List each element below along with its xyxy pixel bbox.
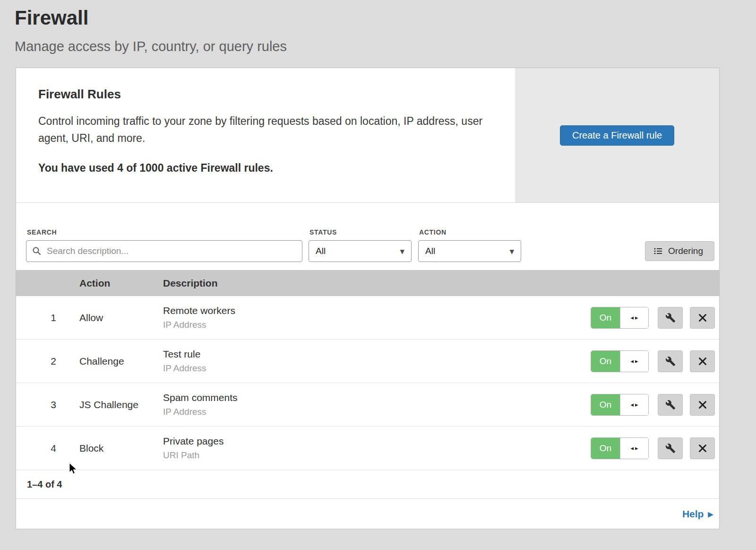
rule-description: Test rule IP Address [163, 349, 591, 374]
table-row: 4 Block Private pages URI Path On ◂▸ [16, 427, 719, 470]
rules-usage-text: You have used 4 of 1000 active Firewall … [38, 162, 496, 175]
search-input-wrap [26, 240, 302, 262]
toggle-on-label: On [591, 394, 620, 415]
help-bar: Help ▸ [16, 498, 719, 529]
rule-description: Spam comments IP Address [163, 392, 591, 417]
rule-controls: On ◂▸ [591, 307, 715, 329]
delete-rule-button[interactable] [690, 394, 715, 416]
toggle-arrows-icon: ◂▸ [620, 351, 648, 372]
rule-action: Allow [79, 312, 163, 323]
rule-title: Private pages [163, 436, 591, 447]
help-arrow-icon: ▸ [708, 508, 713, 520]
wrench-icon [665, 400, 676, 410]
toggle-arrows-icon: ◂▸ [620, 438, 648, 459]
chevron-down-icon: ▾ [400, 246, 404, 257]
card-title: Firewall Rules [38, 87, 496, 102]
status-select[interactable]: All ▾ [309, 240, 412, 262]
rule-enabled-toggle[interactable]: On ◂▸ [591, 437, 649, 459]
ordering-list-icon [653, 246, 663, 256]
edit-rule-button[interactable] [658, 394, 683, 416]
delete-rule-button[interactable] [690, 307, 715, 329]
action-label: ACTION [419, 228, 521, 236]
status-label: STATUS [309, 228, 412, 236]
page-title: Firewall [15, 7, 756, 29]
table-row: 2 Challenge Test rule IP Address On ◂▸ [16, 340, 719, 383]
table-row: 1 Allow Remote workers IP Address On ◂▸ [16, 296, 719, 340]
rule-title: Remote workers [163, 305, 591, 316]
filters-bar: SEARCH STATUS All ▾ ACTION All ▾ [16, 203, 719, 270]
toggle-on-label: On [591, 351, 620, 372]
wrench-icon [665, 356, 676, 367]
rule-enabled-toggle[interactable]: On ◂▸ [591, 307, 649, 329]
close-icon [698, 314, 707, 322]
rule-number: 4 [16, 443, 79, 454]
rule-description: Private pages URI Path [163, 436, 591, 461]
help-link-label: Help [682, 508, 704, 520]
rule-match-type: IP Address [163, 407, 591, 417]
toggle-on-label: On [591, 307, 620, 328]
create-firewall-rule-button[interactable]: Create a Firewall rule [560, 125, 674, 146]
rule-title: Test rule [163, 349, 591, 360]
rule-enabled-toggle[interactable]: On ◂▸ [591, 394, 649, 416]
help-link[interactable]: Help ▸ [682, 508, 713, 520]
toggle-arrows-icon: ◂▸ [620, 394, 648, 415]
chevron-down-icon: ▾ [509, 246, 514, 257]
action-select[interactable]: All ▾ [418, 240, 521, 262]
rule-match-type: IP Address [163, 363, 591, 374]
toggle-on-label: On [591, 438, 620, 459]
close-icon [698, 444, 707, 453]
toggle-arrows-icon: ◂▸ [620, 307, 648, 328]
table-header: Action Description [16, 270, 719, 296]
rule-match-type: URI Path [163, 450, 591, 461]
rule-action: Block [79, 443, 163, 454]
wrench-icon [665, 313, 676, 323]
page-header: Firewall Manage access by IP, country, o… [0, 0, 756, 54]
rule-number: 2 [16, 356, 79, 367]
action-filter: ACTION All ▾ [418, 228, 521, 262]
rule-match-type: IP Address [163, 320, 591, 330]
rule-controls: On ◂▸ [591, 437, 715, 459]
action-select-value: All [425, 246, 435, 256]
card-header-section: Firewall Rules Control incoming traffic … [16, 68, 719, 203]
search-label: SEARCH [27, 228, 302, 236]
pagination-status: 1–4 of 4 [16, 470, 719, 498]
header-description: Description [163, 278, 719, 289]
create-rule-panel: Create a Firewall rule [515, 68, 719, 202]
rule-title: Spam comments [163, 392, 591, 403]
rule-controls: On ◂▸ [591, 350, 715, 372]
rule-number: 1 [16, 312, 79, 323]
status-select-value: All [316, 246, 326, 256]
rule-action: JS Challenge [79, 399, 163, 410]
card-header-text: Firewall Rules Control incoming traffic … [16, 68, 515, 202]
search-input[interactable] [46, 245, 296, 257]
rule-description: Remote workers IP Address [163, 305, 591, 330]
search-icon [32, 246, 42, 256]
close-icon [698, 357, 707, 366]
rule-number: 3 [16, 399, 79, 410]
edit-rule-button[interactable] [658, 350, 683, 372]
table-row: 3 JS Challenge Spam comments IP Address … [16, 383, 719, 427]
ordering-button-label: Ordering [668, 246, 703, 256]
header-action: Action [79, 278, 163, 289]
page-subtitle: Manage access by IP, country, or query r… [15, 39, 756, 54]
delete-rule-button[interactable] [690, 350, 715, 372]
rule-controls: On ◂▸ [591, 394, 715, 416]
status-filter: STATUS All ▾ [309, 228, 412, 262]
card-description: Control incoming traffic to your zone by… [38, 113, 487, 147]
edit-rule-button[interactable] [658, 307, 683, 329]
ordering-wrap: Ordering [645, 241, 714, 262]
edit-rule-button[interactable] [658, 437, 683, 459]
wrench-icon [665, 443, 676, 454]
search-filter: SEARCH [26, 228, 302, 262]
rule-action: Challenge [79, 356, 163, 367]
delete-rule-button[interactable] [690, 437, 715, 459]
rule-enabled-toggle[interactable]: On ◂▸ [591, 350, 649, 372]
ordering-button[interactable]: Ordering [645, 241, 714, 261]
firewall-rules-card: Firewall Rules Control incoming traffic … [16, 68, 720, 529]
close-icon [698, 401, 707, 409]
